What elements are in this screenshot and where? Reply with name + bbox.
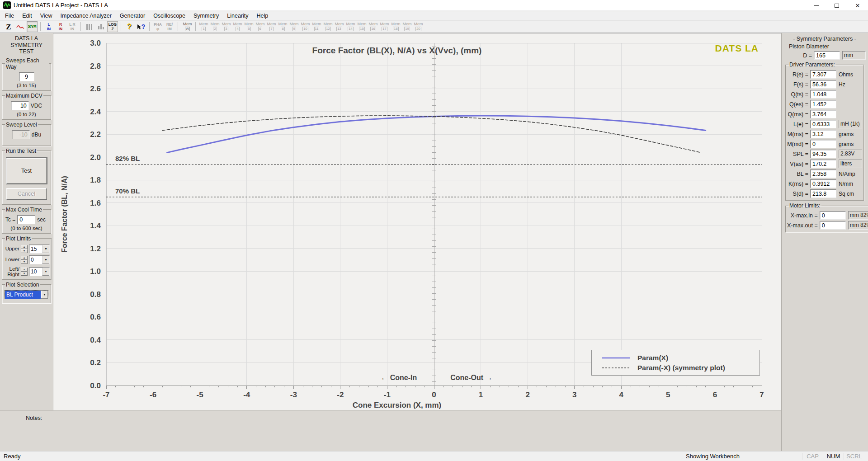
symmetry-mode-icon[interactable]: SYM [27,21,38,32]
spin-up-icon[interactable]: ▲ [21,245,28,249]
upper-spinner[interactable]: ▲▼ [21,245,28,253]
param-value-input[interactable] [810,189,836,198]
context-help-icon[interactable]: ? [136,21,146,32]
spin-down-icon[interactable]: ▼ [21,272,28,276]
menu-item-generator[interactable]: Generator [116,12,149,20]
chevron-down-icon[interactable]: ▼ [42,256,49,264]
mem-8-button[interactable]: Mem8 [277,22,288,31]
plot-selection-combo[interactable]: BL Product ▼ [5,290,48,299]
mem-12-button[interactable]: Mem12 [322,22,334,31]
param-label: D = [783,52,814,59]
param-row-v-as: V(as) =liters [787,160,862,168]
param-value-input[interactable] [810,70,836,79]
lr-channel-in-icon[interactable]: L RIN [67,21,78,32]
menu-item-file[interactable]: File [1,12,18,20]
lower-combo[interactable]: 0▼ [29,255,50,264]
param-value-input[interactable] [810,169,836,178]
cool-time-input[interactable] [17,215,35,224]
svg-text:1.0: 1.0 [90,267,101,276]
mem-w-button[interactable]: MemW [182,22,193,31]
param-row-m-ms: M(ms) =grams [787,130,862,138]
upper-combo[interactable]: 15▼ [29,245,50,254]
menu-item-symmetry[interactable]: Symmetry [189,12,223,20]
menu-item-view[interactable]: View [36,12,57,20]
param-value-input[interactable] [820,221,846,230]
param-value-input[interactable] [810,80,836,89]
param-value-input[interactable] [810,179,836,188]
param-value-input[interactable] [820,211,846,220]
mem-15-button[interactable]: Mem15 [356,22,368,31]
mem-17-button[interactable]: Mem17 [379,22,390,31]
param-value-input[interactable] [810,100,836,108]
menu-item-linearity[interactable]: Linearity [223,12,252,20]
sweep-level-input[interactable] [12,130,30,139]
sweeps-input[interactable] [19,72,34,81]
menu-item-edit[interactable]: Edit [18,12,36,20]
mem-3-button[interactable]: Mem3 [221,22,232,31]
close-button[interactable]: ✕ [847,0,868,11]
param-value-input[interactable] [810,130,836,138]
menu-item-oscilloscope[interactable]: Oscilloscope [149,12,189,20]
spin-down-icon[interactable]: ▼ [21,249,28,253]
help-about-icon[interactable]: ? [124,21,135,32]
mem-10-button[interactable]: Mem10 [300,22,311,31]
test-button[interactable]: Test [6,158,47,184]
mem-9-button[interactable]: Mem9 [288,22,300,31]
phase-plot-icon[interactable]: PHAφ [152,21,163,32]
left-right-combo[interactable]: 10▼ [29,267,50,276]
param-value-input[interactable] [810,110,836,118]
generator-sine-icon[interactable] [15,21,26,32]
left-right-spinner[interactable]: ▲▼ [21,268,28,276]
spin-up-icon[interactable]: ▲ [21,256,28,260]
mem-5-button[interactable]: Mem5 [243,22,255,31]
svg-text:Param(X): Param(X) [637,354,668,362]
param-value-input[interactable] [810,160,836,168]
histogram-view-icon[interactable] [95,21,106,32]
maximize-icon [835,4,839,8]
param-value-input[interactable] [810,90,836,99]
spin-down-icon[interactable]: ▼ [21,260,28,264]
param-value-input[interactable] [810,140,836,148]
log-scale-icon[interactable]: LOGZ [107,21,118,32]
mem-20-button[interactable]: Mem20 [413,22,424,31]
mem-18-button[interactable]: Mem18 [390,22,401,31]
mem-6-button[interactable]: Mem6 [255,22,266,31]
mem-2-button[interactable]: Mem2 [209,22,221,31]
mem-14-button[interactable]: Mem14 [345,22,356,31]
param-unit: liters [839,160,862,168]
param-value-input[interactable] [810,120,836,128]
lower-spinner[interactable]: ▲▼ [21,256,28,264]
max-dcv-label: Maximum DCV [5,93,43,99]
impedance-icon[interactable]: Z [3,21,14,32]
menu-item-impedance-analyzer[interactable]: Impedance Analyzer [57,12,116,20]
chevron-down-icon[interactable]: ▼ [42,245,49,253]
param-value-input[interactable] [810,150,836,158]
chevron-down-icon[interactable]: ▼ [41,291,48,299]
maximize-button[interactable] [826,0,847,11]
chevron-down-icon[interactable]: ▼ [42,268,49,276]
mem-1-button[interactable]: Mem1 [198,22,209,31]
mem-16-button[interactable]: Mem16 [368,22,379,31]
svg-text:← Cone-In: ← Cone-In [381,374,417,381]
svg-text:2: 2 [525,390,529,399]
mem-7-button[interactable]: Mem7 [266,22,277,31]
param-value-input[interactable] [814,51,840,60]
sweep-level-group: Sweep Level dBu [2,122,51,146]
real-imaginary-plot-icon[interactable]: RE/IM [164,21,175,32]
mem-4-button[interactable]: Mem4 [232,22,243,31]
mem-11-button[interactable]: Mem11 [311,22,322,31]
mem-19-button[interactable]: Mem19 [401,22,413,31]
motor-limits-group: Motor Limits: X-max.in =mm 82%X-max.out … [785,202,868,232]
right-channel-in-icon[interactable]: RIN [55,21,66,32]
menu-item-help[interactable]: Help [253,12,273,20]
bars-view-icon[interactable] [84,21,94,32]
notes-area[interactable]: Notes: [0,410,781,451]
app-icon[interactable] [3,1,11,9]
max-dcv-input[interactable] [11,101,29,110]
cancel-button[interactable]: Cancel [6,188,47,200]
minimize-button[interactable] [806,0,826,11]
mem-13-button[interactable]: Mem13 [334,22,345,31]
left-channel-in-icon[interactable]: LIN [43,21,54,32]
spin-up-icon[interactable]: ▲ [21,268,28,272]
max-dcv-unit: VDC [31,103,42,109]
